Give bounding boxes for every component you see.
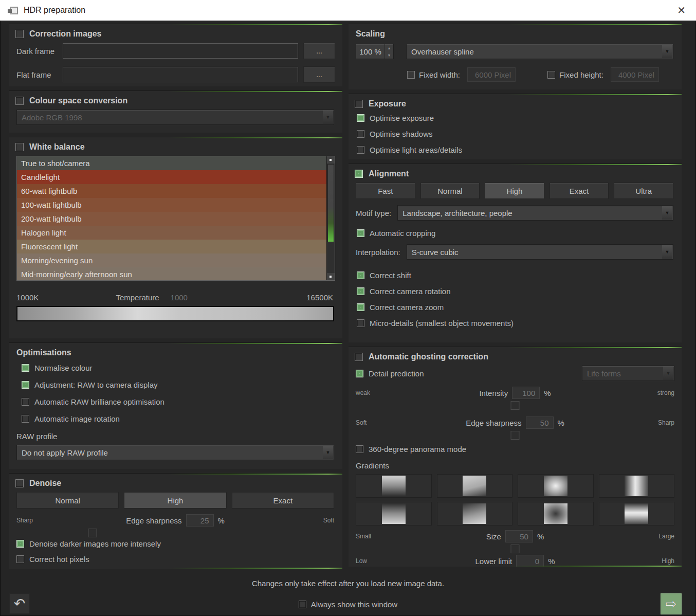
continue-button[interactable]: ⇨ bbox=[661, 593, 682, 614]
ghosting-checkbox[interactable] bbox=[355, 353, 363, 361]
alignment-mode-normal[interactable]: Normal bbox=[420, 183, 480, 199]
alignment-checkbox[interactable] bbox=[355, 170, 363, 178]
fixed-width-checkbox[interactable] bbox=[407, 71, 415, 79]
slider-track[interactable] bbox=[356, 544, 674, 554]
slider-track[interactable] bbox=[356, 401, 674, 411]
colour-space-checkbox[interactable] bbox=[15, 97, 24, 105]
interpolation-dropdown[interactable]: S-curve cubic ▼ bbox=[407, 244, 673, 260]
exposure-checkbox[interactable] bbox=[355, 100, 363, 108]
option-row[interactable]: 360-degree panorama mode bbox=[356, 444, 675, 454]
optimise-exposure-checkbox[interactable] bbox=[357, 114, 364, 122]
option-row[interactable]: Micro-details (smallest object movements… bbox=[357, 318, 674, 328]
gradient-tile[interactable] bbox=[356, 474, 432, 498]
denoise-mode-normal[interactable]: Normal bbox=[16, 492, 119, 509]
option-row[interactable]: Denoise darker images more intensely bbox=[16, 538, 335, 549]
raw-adjustment-checkbox[interactable] bbox=[22, 381, 29, 389]
option-row[interactable]: Correct camera rotation bbox=[357, 286, 674, 296]
list-item[interactable]: Candlelight bbox=[17, 170, 335, 184]
always-show-row[interactable]: Always show this window bbox=[0, 600, 696, 609]
list-item[interactable]: True to shot/camera bbox=[17, 156, 335, 170]
colour-space-dropdown[interactable]: Adobe RGB 1998 ▼ bbox=[16, 110, 334, 125]
flat-frame-browse-button[interactable]: ... bbox=[303, 66, 335, 83]
option-row[interactable]: Automatic RAW brilliance optimisation bbox=[22, 396, 335, 407]
edge-sharpness-value[interactable]: 50 bbox=[526, 416, 554, 429]
detail-prediction-checkbox[interactable] bbox=[356, 370, 363, 377]
scroll-up-icon[interactable] bbox=[327, 156, 335, 164]
slider-track[interactable] bbox=[16, 528, 334, 538]
dark-frame-input[interactable] bbox=[63, 43, 298, 59]
correct-shift-checkbox[interactable] bbox=[357, 271, 364, 279]
option-row[interactable]: Correct camera zoom bbox=[357, 302, 674, 312]
raw-brilliance-checkbox[interactable] bbox=[22, 398, 29, 406]
scroll-down-icon[interactable] bbox=[327, 273, 335, 280]
slider-handle[interactable] bbox=[88, 529, 97, 537]
gradient-tile[interactable] bbox=[518, 502, 594, 526]
list-item[interactable]: Mid-morning/early afternoon sun bbox=[17, 267, 335, 281]
slider-track[interactable] bbox=[356, 430, 674, 441]
edge-sharpness-value[interactable]: 25 bbox=[186, 514, 214, 527]
option-row[interactable]: Optimise light areas/details bbox=[357, 144, 674, 155]
normalise-colour-checkbox[interactable] bbox=[22, 364, 29, 372]
micro-details-checkbox[interactable] bbox=[357, 319, 364, 327]
denoise-darker-checkbox[interactable] bbox=[16, 540, 24, 548]
slider-handle[interactable] bbox=[511, 431, 520, 440]
gradient-tile[interactable] bbox=[356, 502, 432, 526]
gradient-tile[interactable] bbox=[437, 474, 513, 498]
lower-limit-value[interactable]: 0 bbox=[516, 555, 544, 567]
correction-images-checkbox[interactable] bbox=[15, 30, 24, 38]
gradient-tile[interactable] bbox=[599, 502, 675, 526]
alignment-mode-exact[interactable]: Exact bbox=[550, 183, 609, 199]
motif-type-dropdown[interactable]: Landscape, architecture, people ▼ bbox=[397, 205, 673, 221]
hot-pixels-checkbox[interactable] bbox=[16, 555, 24, 563]
option-row[interactable]: Automatic image rotation bbox=[22, 413, 335, 424]
list-item[interactable]: Halogen light bbox=[17, 226, 335, 240]
alignment-mode-ultra[interactable]: Ultra bbox=[614, 183, 673, 199]
list-item[interactable]: Fluorescent light bbox=[17, 240, 335, 253]
life-forms-dropdown[interactable]: Life forms ▼ bbox=[582, 366, 674, 381]
gradient-tile[interactable] bbox=[518, 474, 594, 498]
denoise-checkbox[interactable] bbox=[15, 479, 24, 487]
image-rotation-checkbox[interactable] bbox=[22, 415, 29, 423]
list-item[interactable]: 200-watt lightbulb bbox=[17, 212, 335, 226]
intensity-value[interactable]: 100 bbox=[512, 387, 540, 399]
gradient-tile[interactable] bbox=[599, 474, 675, 498]
always-show-checkbox[interactable] bbox=[299, 601, 306, 608]
option-row[interactable]: Detail prediction bbox=[356, 369, 424, 378]
spinner-up-icon[interactable]: ▲ bbox=[385, 44, 393, 51]
scale-percent-spinner[interactable]: 100 % ▲ ▼ bbox=[356, 44, 394, 59]
list-item[interactable]: 60-watt lightbulb bbox=[17, 184, 335, 198]
alignment-mode-fast[interactable]: Fast bbox=[356, 183, 415, 199]
spinner-down-icon[interactable]: ▼ bbox=[385, 51, 393, 59]
list-item[interactable]: Morning/evening sun bbox=[17, 253, 335, 267]
option-row[interactable]: Optimise exposure bbox=[357, 113, 674, 123]
gradient-tile[interactable] bbox=[437, 502, 513, 526]
slider-handle[interactable] bbox=[511, 401, 520, 410]
panorama-mode-checkbox[interactable] bbox=[356, 445, 363, 453]
raw-profile-dropdown[interactable]: Do not apply RAW profile ▼ bbox=[16, 445, 334, 460]
list-item[interactable]: 100-watt lightbulb bbox=[17, 198, 335, 212]
fixed-width-input[interactable]: 6000 Pixel bbox=[467, 67, 516, 82]
slider-handle[interactable] bbox=[511, 545, 520, 553]
denoise-mode-exact[interactable]: Exact bbox=[232, 492, 334, 509]
option-row[interactable]: Normalise colour bbox=[22, 363, 335, 373]
option-row[interactable]: Correct hot pixels bbox=[16, 554, 335, 564]
close-icon[interactable]: ✕ bbox=[674, 0, 689, 21]
correct-camera-rotation-checkbox[interactable] bbox=[357, 287, 364, 295]
temperature-value[interactable]: 1000 bbox=[171, 293, 188, 302]
correct-camera-zoom-checkbox[interactable] bbox=[357, 303, 364, 311]
option-row[interactable]: Adjustment: RAW to camera display bbox=[22, 379, 335, 390]
option-row[interactable]: Correct shift bbox=[357, 270, 674, 280]
option-row[interactable]: Automatic cropping bbox=[357, 228, 674, 238]
scaling-method-dropdown[interactable]: Overhauser spline ▼ bbox=[406, 44, 673, 59]
scale-percent-value[interactable]: 100 % bbox=[356, 47, 384, 56]
alignment-mode-high[interactable]: High bbox=[485, 183, 544, 199]
temperature-gradient-slider[interactable] bbox=[16, 306, 334, 321]
size-value[interactable]: 50 bbox=[505, 530, 533, 542]
fixed-height-input[interactable]: 4000 Pixel bbox=[611, 67, 659, 82]
scrollbar-thumb[interactable] bbox=[327, 164, 334, 242]
dark-frame-browse-button[interactable]: ... bbox=[303, 43, 335, 59]
optimise-light-areas-checkbox[interactable] bbox=[357, 146, 364, 154]
scrollbar[interactable] bbox=[326, 156, 335, 280]
automatic-cropping-checkbox[interactable] bbox=[357, 229, 364, 237]
fixed-height-checkbox[interactable] bbox=[547, 71, 555, 79]
